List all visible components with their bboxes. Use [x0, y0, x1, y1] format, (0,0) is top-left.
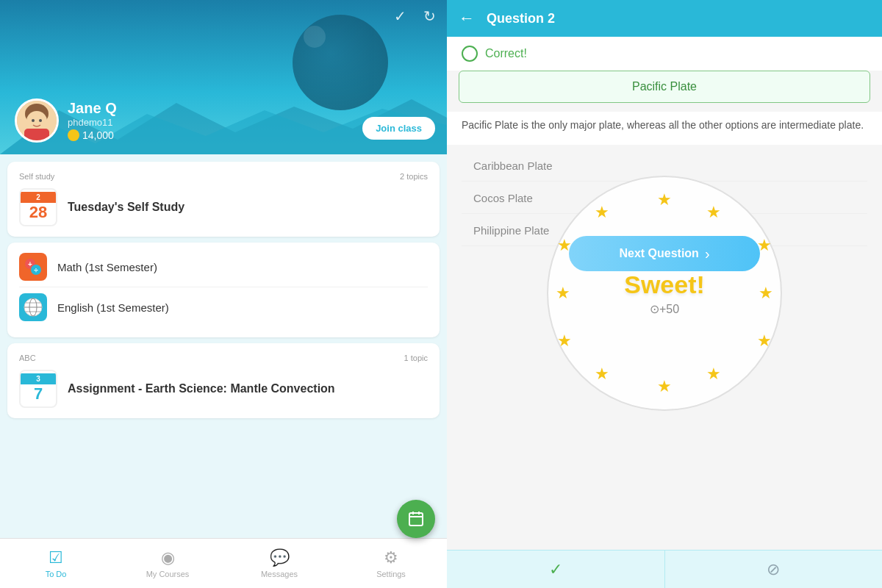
- star-11: ★: [759, 284, 773, 303]
- points-text: ⊙+50: [650, 302, 679, 316]
- english-course-name: English (1st Semester): [57, 301, 169, 314]
- messages-icon: 💬: [270, 548, 290, 567]
- assignment-day: 7: [34, 384, 43, 404]
- math-icon: + ÷: [19, 253, 47, 281]
- hero-area: ✓ ↻ Jane Q phdemo11: [0, 0, 447, 154]
- correct-text: Correct!: [485, 47, 527, 60]
- course-item-english[interactable]: English (1st Semester): [19, 287, 428, 327]
- course-item-math[interactable]: + ÷ Math (1st Semester): [19, 253, 428, 287]
- options-list: Caribbean Plate Cocos Plate Philippine P…: [447, 145, 882, 252]
- study-card-label: Self study: [19, 172, 54, 181]
- star-8: ★: [706, 365, 721, 384]
- study-item: 2 28 Tuesday's Self Study: [19, 188, 428, 226]
- profile-name: Jane Q: [68, 100, 117, 117]
- math-course-name: Math (1st Semester): [57, 261, 157, 273]
- check-action-button[interactable]: ✓: [447, 551, 664, 588]
- assignment-card: ABC 1 topic 3 7 Assignment - Earth Scien…: [7, 343, 440, 418]
- english-icon: [19, 293, 47, 321]
- nav-todo[interactable]: ☑ To Do: [0, 539, 112, 588]
- study-title: Tuesday's Self Study: [68, 201, 184, 214]
- profile-username: phdemo11: [68, 117, 117, 128]
- join-class-button[interactable]: Join class: [362, 117, 435, 140]
- profile-coins: 14,000: [68, 129, 117, 141]
- right-header: ← Question 2: [447, 0, 882, 37]
- content-area: Self study 2 topics 2 28 Tuesday's Self …: [0, 154, 447, 538]
- assignment-topics: 1 topic: [404, 354, 428, 362]
- check-top-icon: ✓: [390, 6, 410, 26]
- svg-point-5: [32, 119, 35, 122]
- fab-button[interactable]: [397, 500, 435, 538]
- todo-icon: ☑: [49, 548, 63, 567]
- my-courses-label: My Courses: [146, 570, 190, 578]
- correct-banner: Correct!: [447, 37, 882, 71]
- assignment-date-badge: 3 7: [19, 370, 57, 408]
- assignment-label: ABC: [19, 354, 36, 362]
- messages-label: Messages: [261, 570, 298, 578]
- right-panel: ← Question 2 Correct! Pacific Plate Paci…: [447, 0, 882, 588]
- star-7: ★: [557, 331, 572, 351]
- nav-my-courses[interactable]: ◉ My Courses: [112, 539, 223, 588]
- assignment-title: Assignment - Earth Science: Mantle Conve…: [68, 382, 335, 395]
- nav-settings[interactable]: ⚙ Settings: [335, 539, 447, 588]
- svg-rect-7: [24, 129, 49, 140]
- profile-area: Jane Q phdemo11 14,000: [15, 98, 117, 143]
- answer-box: Pacific Plate: [459, 71, 870, 103]
- star-12: ★: [556, 284, 570, 303]
- left-panel: ✓ ↻ Jane Q phdemo11: [0, 0, 447, 588]
- study-day: 28: [29, 203, 47, 222]
- star-9: ★: [595, 365, 609, 384]
- assignment-month: 3: [21, 373, 56, 384]
- svg-text:÷: ÷: [34, 266, 38, 274]
- correct-icon: [462, 46, 478, 62]
- option-cocos: Cocos Plate: [462, 183, 867, 214]
- option-caribbean: Caribbean Plate: [462, 151, 867, 182]
- bottom-nav: ☑ To Do ◉ My Courses 💬 Messages ⚙ Settin…: [0, 538, 447, 588]
- top-icons: ✓ ↻: [390, 6, 440, 26]
- svg-point-4: [26, 111, 47, 132]
- my-courses-icon: ◉: [161, 548, 175, 567]
- study-month: 2: [21, 192, 56, 203]
- study-card-header: Self study 2 topics: [19, 172, 428, 181]
- courses-card: + ÷ Math (1st Semester): [7, 243, 440, 337]
- back-button[interactable]: ←: [459, 9, 475, 28]
- refresh-top-icon: ↻: [419, 6, 440, 26]
- avatar: [15, 98, 59, 143]
- study-card: Self study 2 topics 2 28 Tuesday's Self …: [7, 162, 440, 237]
- todo-label: To Do: [46, 570, 67, 578]
- study-card-topics: 2 topics: [400, 172, 428, 181]
- sweet-text: Sweet!: [624, 270, 705, 299]
- profile-info: Jane Q phdemo11 14,000: [68, 100, 117, 141]
- assignment-item: 3 7 Assignment - Earth Science: Mantle C…: [19, 370, 428, 408]
- star-6: ★: [757, 331, 772, 351]
- question-title: Question 2: [487, 11, 555, 26]
- explanation-text: Pacific Plate is the only major plate, w…: [447, 112, 882, 145]
- nav-messages[interactable]: 💬 Messages: [223, 539, 335, 588]
- study-date-badge: 2 28: [19, 188, 57, 226]
- star-10: ★: [657, 377, 672, 396]
- coin-icon: [68, 129, 79, 141]
- right-content: Correct! Pacific Plate Pacific Plate is …: [447, 37, 882, 550]
- bottom-actions: ✓ ⊘: [447, 550, 882, 588]
- option-philippine: Philippine Plate: [462, 215, 867, 246]
- assignment-card-header: ABC 1 topic: [19, 354, 428, 362]
- skip-action-button[interactable]: ⊘: [665, 551, 883, 588]
- svg-point-6: [39, 119, 42, 122]
- svg-rect-17: [409, 513, 423, 526]
- settings-icon: ⚙: [384, 548, 398, 567]
- settings-label: Settings: [376, 570, 406, 578]
